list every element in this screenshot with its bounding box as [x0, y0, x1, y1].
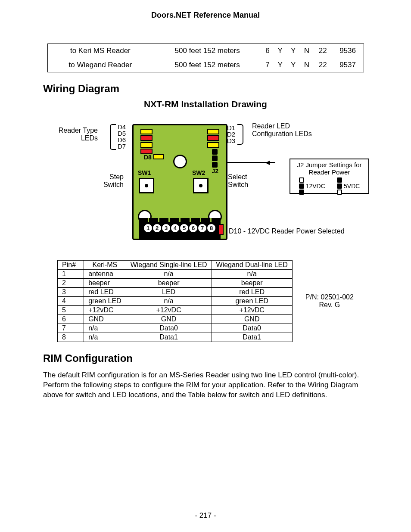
- cell: Data1: [212, 333, 292, 342]
- cell: 1: [58, 270, 84, 279]
- j2-label: J2: [212, 168, 218, 174]
- led-d1-icon: [207, 129, 219, 134]
- page-number: - 217 -: [0, 511, 411, 520]
- cell: 22: [314, 58, 332, 72]
- terminal-pin: 4: [171, 224, 179, 232]
- cell: 3: [58, 288, 84, 297]
- table-row: 2beeperbeeperbeeper: [58, 279, 293, 288]
- j2-header: [212, 149, 218, 168]
- pin-icon: [299, 190, 304, 195]
- terminal-teeth-icon: [139, 218, 221, 222]
- step-switch-label: Step Switch: [98, 173, 124, 189]
- cell: N: [300, 44, 314, 58]
- led-d5-icon: [140, 135, 153, 141]
- cell: 8: [58, 333, 84, 342]
- table-row: to Wiegand Reader 500 feet 152 meters 7 …: [47, 58, 364, 72]
- table-row: 5+12vDC+12vDC+12vDC: [58, 306, 293, 315]
- cell: n/a: [84, 324, 126, 333]
- wiring-diagram-heading: Wiring Diagram: [43, 83, 368, 95]
- cell: GND: [126, 315, 212, 324]
- terminal-pin: 7: [198, 224, 206, 232]
- rim-config-paragraph: The default RIM configuration is for an …: [43, 370, 368, 400]
- cell: GND: [212, 315, 292, 324]
- drawing-title: NXT-RM Installation Drawing: [43, 99, 368, 109]
- cell: 500 feet 152 meters: [153, 44, 262, 58]
- jumper-12v-label: 12VDC: [306, 183, 325, 190]
- terminal-pin: 2: [153, 224, 161, 232]
- cell: 6: [58, 315, 84, 324]
- terminal-pin: 1: [144, 224, 152, 232]
- terminal-block: 1 2 3 4 5 6 7 8: [139, 222, 221, 239]
- led-d10-icon: [218, 224, 224, 235]
- pcb-board: D8 J2 SW1 SW2 1 2 3 4 5: [132, 124, 227, 240]
- col-wdual: Wiegand Dual-line LED: [212, 261, 292, 270]
- pin-icon: [212, 162, 218, 168]
- rim-config-heading: RIM Configuration: [43, 352, 368, 364]
- cell: 4: [58, 297, 84, 306]
- cell: Y: [274, 44, 287, 58]
- led-d4-icon: [140, 129, 153, 134]
- terminal-pin: 5: [180, 224, 188, 232]
- led-stack-right: [207, 128, 219, 149]
- d3-label: D3: [227, 137, 235, 144]
- col-wsingle: Wiegand Single-line LED: [126, 261, 212, 270]
- cell: +12vDC: [126, 306, 212, 315]
- table-row: 7n/aData0Data0: [58, 324, 293, 333]
- table-row: 3red LEDLEDred LED: [58, 288, 293, 297]
- cable-table: to Keri MS Reader 500 feet 152 meters 6 …: [47, 44, 364, 72]
- cell: n/a: [84, 333, 126, 342]
- cell: Data0: [212, 324, 292, 333]
- cell: +12vDC: [84, 306, 126, 315]
- col-keri: Keri-MS: [84, 261, 126, 270]
- led-d3-icon: [207, 142, 219, 148]
- cell: 9537: [332, 58, 364, 72]
- cell: to Keri MS Reader: [47, 44, 153, 58]
- cell: antenna: [84, 270, 126, 279]
- table-row: 6GNDGNDGND: [58, 315, 293, 324]
- cell: 9536: [332, 44, 364, 58]
- d8-label: D8: [144, 154, 152, 161]
- pin-icon: [337, 177, 342, 183]
- pin-table: Pin# Keri-MS Wiegand Single-line LED Wie…: [57, 260, 293, 342]
- jumper-12vdc: 12VDC: [299, 177, 325, 195]
- led-d2-icon: [207, 135, 219, 141]
- d7-label: D7: [118, 143, 126, 150]
- pin-icon: [337, 190, 342, 195]
- cell: Data1: [126, 333, 212, 342]
- table-header-row: Pin# Keri-MS Wiegand Single-line LED Wie…: [58, 261, 293, 270]
- cell: +12vDC: [212, 306, 292, 315]
- arrow-icon: [224, 162, 275, 163]
- cell: green LED: [212, 297, 292, 306]
- cell: beeper: [126, 279, 212, 288]
- jumper-box-title: J2 Jumper Settings for Reader Power: [293, 161, 366, 176]
- table-row: 8n/aData1Data1: [58, 333, 293, 342]
- cell: 22: [314, 44, 332, 58]
- cell: 6: [262, 44, 274, 58]
- cell: GND: [84, 315, 126, 324]
- part-number: P/N: 02501-002: [305, 293, 354, 301]
- terminal-pin: 6: [189, 224, 197, 232]
- nxt-rm-diagram: Reader Type LEDs D4 D5 D6 D7 D1 D2 D3 Re…: [50, 116, 361, 246]
- cell: n/a: [212, 270, 292, 279]
- page-header-title: Doors.NET Reference Manual: [43, 11, 368, 20]
- jumper-5vdc: 5VDC: [337, 177, 360, 195]
- cell: green LED: [84, 297, 126, 306]
- reader-led-cfg-label: Reader LED Configuration LEDs: [252, 122, 330, 138]
- led-stack-left: [140, 128, 153, 156]
- pin-icon: [212, 156, 218, 161]
- cell: 500 feet 152 meters: [153, 58, 262, 72]
- cell: Y: [286, 44, 300, 58]
- cell: 7: [262, 58, 274, 72]
- sw1-switch-icon: [139, 178, 154, 193]
- cell: red LED: [84, 288, 126, 297]
- table-row: to Keri MS Reader 500 feet 152 meters 6 …: [47, 44, 364, 58]
- sw2-switch-icon: [193, 178, 209, 193]
- select-switch-label: Select Switch: [228, 173, 254, 189]
- pin-icon: [212, 149, 218, 155]
- cell: 2: [58, 279, 84, 288]
- terminal-pin: 3: [162, 224, 170, 232]
- d10-label: D10 - 12VDC Reader Power Selected: [229, 227, 345, 235]
- table-row: 1antennan/an/a: [58, 270, 293, 279]
- cell: red LED: [212, 288, 292, 297]
- sw2-label: SW2: [192, 169, 205, 176]
